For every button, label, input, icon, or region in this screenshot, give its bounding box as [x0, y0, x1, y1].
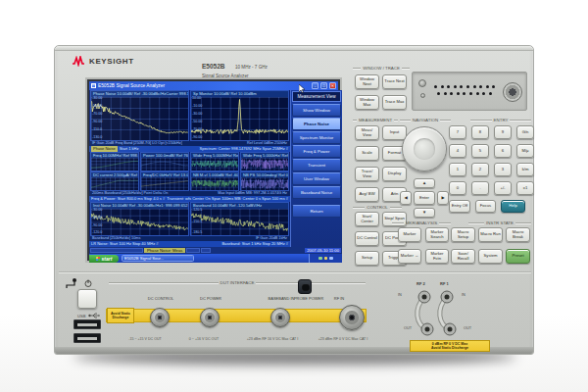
key-1[interactable]: 1: [449, 163, 466, 176]
usb-label: USB: [77, 314, 86, 318]
key-marker[interactable]: Marker: [398, 227, 421, 242]
key-system[interactable]: System: [478, 249, 503, 264]
key-trace-max[interactable]: Trace Max: [382, 95, 407, 110]
arrow-left-key[interactable]: ◀: [400, 191, 412, 205]
trace-plot: [191, 177, 238, 190]
caution-text: 0 ~ +16 V DC OUT: [189, 337, 219, 341]
key-4[interactable]: 4: [449, 144, 466, 158]
help-key[interactable]: Help: [501, 200, 525, 213]
key-meas-view[interactable]: Meas/ View: [355, 125, 379, 140]
status-segment: [201, 248, 211, 253]
key-trace-view[interactable]: Trace/ View: [355, 167, 379, 181]
key-display[interactable]: Display: [382, 167, 407, 181]
group-label-text: CONTROL: [367, 205, 387, 210]
key--[interactable]: +/-: [494, 181, 512, 195]
maximize-button[interactable]: □: [320, 82, 327, 89]
group-label: NAVIGATION: [400, 118, 451, 122]
key-macro-run[interactable]: Macro Run: [478, 227, 503, 242]
trace-plot: [141, 158, 188, 171]
dut-interface-label: DUT INTERFACE: [109, 280, 366, 285]
key-dc-control[interactable]: DC Control: [355, 231, 379, 246]
standby-icon: [84, 279, 92, 287]
key-5[interactable]: 5: [471, 144, 489, 158]
key-0[interactable]: 0: [449, 181, 466, 195]
plot-panel: Sp Monitor 10.00dB/ Ref 10.00dBm10.00-10…: [190, 90, 289, 141]
group-label: CONTROL: [353, 205, 402, 210]
arrow-up-key[interactable]: ▲: [414, 178, 435, 188]
panel-divider: [59, 271, 531, 272]
plot-panel: Inst Noise 10.00dB/ Ref -30.00dBc/Hz1: 9…: [90, 202, 189, 236]
key-9[interactable]: 9: [494, 125, 512, 139]
speaker-hole: [463, 92, 466, 95]
key--[interactable]: .: [471, 181, 489, 195]
entry-off-key[interactable]: Entry Off: [449, 200, 470, 213]
caution-text: -15 ~ +15 V DC OUT: [128, 337, 162, 341]
key-2[interactable]: 2: [471, 163, 489, 176]
key-input[interactable]: Input: [382, 125, 407, 140]
trace-plot: [91, 158, 138, 171]
key-g-n[interactable]: G/n: [516, 125, 534, 139]
small-led: [420, 93, 425, 98]
windows-taskbar: start E5052B Signal Sour...: [89, 254, 342, 263]
system-tray: [309, 254, 342, 263]
key-marker-[interactable]: Marker →: [398, 249, 421, 264]
softkey-spectrum-monitor[interactable]: Spectrum Monitor: [292, 131, 341, 144]
arrow-right-key[interactable]: ▶: [437, 191, 449, 205]
softkey-return[interactable]: Return: [292, 205, 341, 218]
key-m-[interactable]: M/µ: [516, 144, 534, 158]
trace-plot: [91, 97, 188, 140]
speaker-grille: [434, 85, 495, 88]
plot-panel: Power 100.0mdB/ Ref 760.0mdBm: [140, 152, 189, 172]
tray-icon[interactable]: [329, 257, 333, 261]
trace-plot: [91, 209, 188, 235]
softkey-phase-noise[interactable]: Phase Noise: [292, 118, 341, 130]
key-trace-next[interactable]: Trace Next: [382, 74, 407, 89]
key-macro-break[interactable]: Macro Break: [506, 227, 530, 242]
softkey-transient[interactable]: Transient: [292, 159, 341, 172]
key-preset[interactable]: Preset: [506, 249, 530, 264]
key-7[interactable]: 7: [449, 125, 466, 139]
softkey-show-window[interactable]: Show Window: [292, 104, 341, 117]
enter-key[interactable]: Enter: [414, 191, 435, 205]
group-label-text: ENTRY: [494, 118, 509, 122]
speaker-hole: [447, 85, 450, 88]
trace-plot: [241, 177, 288, 190]
key-save-recall[interactable]: Save/ Recall: [451, 249, 475, 264]
key-start-center[interactable]: Start/ Center: [355, 212, 379, 226]
softkey-freq-power[interactable]: Freq & Power: [292, 145, 341, 158]
softkey-user-window[interactable]: User Window: [292, 172, 341, 185]
tray-icon[interactable]: [318, 257, 322, 261]
group-label-text: MEASUREMENT: [359, 118, 392, 122]
key-marker-search[interactable]: Marker Search: [425, 227, 449, 242]
power-button[interactable]: [77, 289, 97, 309]
start-button[interactable]: start: [89, 255, 119, 263]
analyzer-app: Phase Noise 10.00dB/ Ref -30.00dBc/HzCar…: [89, 90, 342, 247]
key-6[interactable]: 6: [494, 144, 512, 158]
key-k-m[interactable]: k/m: [516, 163, 534, 176]
arrow-down-key[interactable]: ▼: [414, 208, 435, 218]
speaker-hole: [476, 92, 479, 95]
key-avg-bw[interactable]: Avg/ BW: [355, 187, 379, 202]
status-segment: [186, 248, 200, 253]
key-macro-setup[interactable]: Macro Setup: [451, 227, 475, 242]
softkey-baseband-noise[interactable]: Baseband Noise: [292, 186, 341, 199]
key-window-max[interactable]: Window Max: [355, 95, 379, 110]
rotary-knob[interactable]: [402, 126, 447, 172]
group-label-text: NAVIGATION: [413, 118, 438, 122]
speaker-hole: [466, 85, 469, 88]
focus-key[interactable]: Focus: [475, 200, 496, 213]
key-marker-fctn[interactable]: Marker Fctn: [425, 249, 449, 264]
key-8[interactable]: 8: [471, 125, 489, 139]
minimize-button[interactable]: –: [312, 82, 318, 89]
tray-icon[interactable]: [324, 257, 328, 261]
key-window-next[interactable]: Window Next: [355, 74, 379, 89]
taskbar-app-button[interactable]: E5052B Signal Sour...: [122, 255, 194, 262]
esd-warning-strip: [106, 309, 367, 322]
key-scale[interactable]: Scale: [355, 146, 379, 161]
key-setup[interactable]: Setup: [355, 251, 379, 266]
plot-area: -120.5-150.5-180.5: [191, 209, 288, 235]
key-x1[interactable]: x1: [516, 181, 534, 195]
plot-panel: NB M-vl 1.000dB/ Ref -60.00dBm: [190, 172, 239, 191]
key-3[interactable]: 3: [494, 163, 512, 176]
close-button[interactable]: ✕: [329, 82, 336, 89]
